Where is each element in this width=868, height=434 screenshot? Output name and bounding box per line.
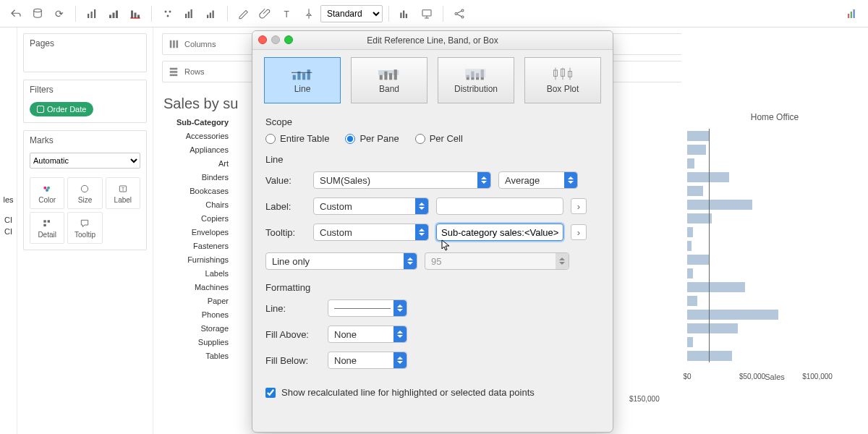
subcategory-row[interactable]: Bookcases — [162, 184, 229, 198]
fit-mode-select[interactable]: Standard — [320, 5, 383, 22]
bar-row[interactable] — [687, 170, 868, 184]
line-only-select[interactable]: Line only — [265, 252, 417, 270]
close-icon[interactable] — [258, 35, 267, 44]
subcategory-row[interactable]: Paper — [162, 294, 229, 308]
svg-rect-6 — [116, 10, 118, 18]
axis-tick: $100,000 — [802, 373, 833, 380]
svg-rect-30 — [854, 9, 855, 18]
text-icon[interactable]: T — [277, 4, 297, 24]
svg-rect-2 — [91, 12, 93, 18]
label-text-input[interactable] — [436, 197, 563, 215]
tab-box-plot[interactable]: Box Plot — [524, 57, 601, 103]
radio-entire-table[interactable]: Entire Table — [265, 133, 329, 144]
bar-row[interactable] — [687, 294, 868, 307]
subcategory-row[interactable]: Tables — [162, 349, 229, 363]
showme-panel-icon[interactable] — [842, 4, 862, 24]
label-insert-button[interactable]: › — [571, 198, 587, 214]
bar-row[interactable] — [687, 349, 868, 362]
subcategory-row[interactable]: Storage — [162, 322, 229, 336]
refresh-icon[interactable]: ⟳ — [49, 4, 69, 24]
subcategory-row[interactable]: Envelopes — [162, 226, 229, 239]
share-icon[interactable] — [449, 4, 469, 24]
pin-icon[interactable] — [299, 4, 319, 24]
tab-line[interactable]: Line — [264, 57, 341, 103]
subcategory-row[interactable]: Binders — [162, 171, 229, 184]
bar-row[interactable] — [687, 280, 868, 294]
bar-row[interactable] — [687, 307, 868, 321]
bar-row[interactable] — [687, 252, 868, 266]
subcategory-header: Sub-Category — [162, 118, 229, 127]
mark-tooltip[interactable]: Tooltip — [67, 212, 102, 244]
subcategory-row[interactable]: Phones — [162, 308, 229, 322]
svg-point-33 — [46, 189, 48, 192]
tooltip-text-input[interactable] — [436, 224, 563, 241]
attach-icon[interactable] — [255, 4, 276, 24]
mark-type-select[interactable]: Automatic — [30, 153, 140, 169]
bar-row[interactable] — [687, 142, 868, 156]
show-recalculated-checkbox[interactable] — [265, 388, 276, 398]
bar-row[interactable] — [687, 129, 868, 142]
bar-row[interactable] — [687, 197, 868, 211]
filter-pill-order-date[interactable]: Order Date — [30, 102, 93, 116]
bar-row[interactable] — [687, 156, 868, 170]
mark-label[interactable]: TLabel — [106, 177, 140, 209]
value-field-select[interactable]: SUM(Sales) — [313, 171, 491, 189]
svg-rect-48 — [302, 73, 305, 80]
subcategory-row[interactable]: Machines — [162, 281, 229, 294]
zoom-icon[interactable] — [284, 35, 293, 44]
svg-rect-41 — [173, 41, 175, 48]
subcategory-row[interactable]: Copiers — [162, 212, 229, 226]
tooltip-insert-button[interactable]: › — [571, 224, 587, 240]
radio-per-pane[interactable]: Per Pane — [345, 133, 399, 144]
bar-row[interactable] — [687, 211, 868, 225]
tab-band[interactable]: Band — [351, 57, 427, 103]
subcategory-row[interactable]: Labels — [162, 267, 229, 281]
group-icon[interactable] — [158, 4, 178, 24]
svg-rect-19 — [213, 10, 214, 18]
subcategory-row[interactable]: Furnishings — [162, 253, 229, 267]
sliver-text: CI — [0, 214, 17, 226]
bar-row[interactable] — [687, 184, 868, 197]
tab-distribution[interactable]: Distribution — [438, 57, 514, 103]
line-style-select[interactable] — [328, 299, 407, 317]
svg-rect-14 — [185, 14, 187, 18]
show-me-icon[interactable] — [395, 4, 415, 24]
aggregation-select[interactable]: Average — [498, 171, 578, 189]
bar-row[interactable] — [687, 225, 868, 239]
subcategory-row[interactable]: Art — [162, 157, 229, 171]
labels-icon[interactable] — [201, 4, 221, 24]
columns-icon — [169, 39, 179, 49]
presentation-icon[interactable] — [417, 4, 437, 24]
sort-desc-icon[interactable] — [125, 4, 145, 24]
bar-row[interactable] — [687, 266, 868, 280]
label-mode-select[interactable]: Custom — [313, 197, 429, 215]
subcategory-row[interactable]: Supplies — [162, 336, 229, 349]
svg-rect-45 — [170, 75, 178, 77]
mark-color[interactable]: Color — [30, 177, 64, 209]
bar — [687, 255, 709, 265]
radio-per-cell[interactable]: Per Cell — [415, 133, 463, 144]
mark-size[interactable]: Size — [67, 177, 102, 209]
totals-icon[interactable] — [179, 4, 200, 24]
bar-row[interactable] — [687, 321, 868, 335]
subcategory-row[interactable]: Accessories — [162, 129, 229, 143]
undo-dropdown-icon[interactable] — [6, 4, 26, 24]
highlight-icon[interactable] — [234, 4, 254, 24]
fill-above-select[interactable]: None — [328, 326, 407, 343]
tooltip-mode-select[interactable]: Custom — [313, 224, 429, 241]
mark-detail[interactable]: Detail — [30, 212, 64, 244]
subcategory-row[interactable]: Appliances — [162, 143, 229, 157]
dialog-titlebar[interactable]: Edit Reference Line, Band, or Box — [252, 31, 613, 50]
svg-rect-46 — [293, 75, 296, 80]
toolbar-separator — [151, 6, 152, 22]
fill-below-select[interactable]: None — [328, 352, 407, 369]
bar-row[interactable] — [687, 335, 868, 349]
subcategory-row[interactable]: Chairs — [162, 198, 229, 212]
axis-tick: $50,000 — [739, 373, 765, 380]
bar-row[interactable] — [687, 239, 868, 252]
swap-icon[interactable] — [82, 4, 102, 24]
data-source-icon[interactable] — [27, 4, 48, 24]
bar — [687, 282, 745, 292]
sort-asc-icon[interactable] — [103, 4, 124, 24]
subcategory-row[interactable]: Fasteners — [162, 239, 229, 253]
